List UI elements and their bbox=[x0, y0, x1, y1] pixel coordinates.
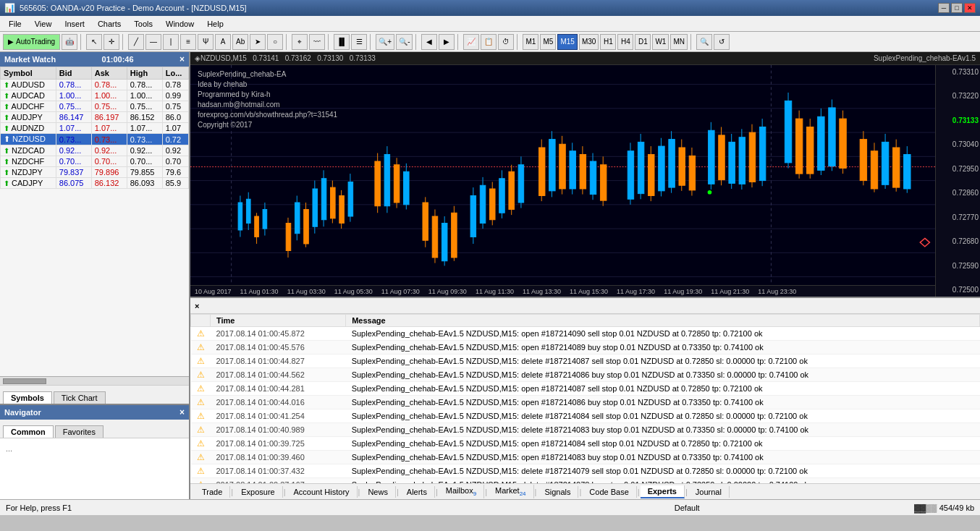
toolbar-separator-8 bbox=[517, 34, 520, 50]
bottom-tab-trade[interactable]: Trade bbox=[195, 486, 230, 498]
log-row-icon: ⚠ bbox=[191, 341, 211, 354]
log-row[interactable]: ⚠ 2017.08.14 01:00:44.016 SuplexPending_… bbox=[191, 396, 980, 409]
bottom-tab-market[interactable]: Market24 bbox=[488, 485, 534, 498]
log-row[interactable]: ⚠ 2017.08.14 01:00:45.576 SuplexPending_… bbox=[191, 341, 980, 354]
tf-m5[interactable]: M5 bbox=[540, 34, 556, 50]
tf-d1[interactable]: D1 bbox=[635, 34, 651, 50]
fib-tool[interactable]: Ψ bbox=[198, 34, 214, 50]
tf-h4[interactable]: H4 bbox=[617, 34, 633, 50]
tf-m15[interactable]: M15 bbox=[557, 34, 577, 50]
arrow-tool[interactable]: ↖ bbox=[86, 34, 102, 50]
tf-m30[interactable]: M30 bbox=[579, 34, 599, 50]
bottom-tab-experts[interactable]: Experts bbox=[641, 485, 685, 498]
bottom-tab-signals[interactable]: Signals bbox=[537, 486, 578, 498]
log-row[interactable]: ⚠ 2017.08.14 01:00:44.827 SuplexPending_… bbox=[191, 354, 980, 368]
autotrading-button[interactable]: ▶ AutoTrading bbox=[3, 34, 60, 50]
bottom-tab-alerts[interactable]: Alerts bbox=[400, 486, 435, 498]
line-tool[interactable]: ╱ bbox=[128, 34, 144, 50]
symbol-cell: ⬆ AUDUSD bbox=[1, 80, 56, 90]
menu-tools[interactable]: Tools bbox=[128, 17, 159, 31]
refresh-btn[interactable]: ↺ bbox=[714, 34, 730, 50]
symbol-cell: ⬆ NZDJPY bbox=[1, 167, 56, 178]
log-row[interactable]: ⚠ 2017.08.14 01:00:40.989 SuplexPending_… bbox=[191, 423, 980, 437]
log-row[interactable]: ⚠ 2017.08.14 01:00:45.872 SuplexPending_… bbox=[191, 327, 980, 341]
col-high: High bbox=[127, 67, 162, 80]
text-tool[interactable]: A bbox=[215, 34, 231, 50]
market-watch-row[interactable]: ⬆ CADJPY 86.075 86.132 86.093 85.9 bbox=[1, 178, 189, 189]
chart-canvas[interactable]: SuplexPending_chehab-EA Idea by chehab P… bbox=[190, 65, 980, 297]
bottom-tab-code-base[interactable]: Code Base bbox=[582, 486, 636, 498]
menu-window[interactable]: Window bbox=[160, 17, 200, 31]
market-watch-row[interactable]: ⬆ AUDUSD 0.78... 0.78... 0.78... 0.78 bbox=[1, 80, 189, 90]
bottom-tab-account-history[interactable]: Account History bbox=[287, 486, 358, 498]
log-row[interactable]: ⚠ 2017.08.14 01:00:44.562 SuplexPending_… bbox=[191, 368, 980, 382]
bottom-tab-mailbox[interactable]: Mailbox9 bbox=[439, 485, 484, 498]
zoom-in-btn[interactable]: 🔍+ bbox=[376, 34, 394, 50]
market-watch-header: Market Watch 01:00:46 × bbox=[0, 52, 189, 67]
log-row[interactable]: ⚠ 2017.08.14 01:00:37.432 SuplexPending_… bbox=[191, 464, 980, 478]
log-row[interactable]: ⚠ 2017.08.14 01:00:39.460 SuplexPending_… bbox=[191, 451, 980, 464]
close-button[interactable]: ✕ bbox=[964, 3, 976, 13]
market-watch-row[interactable]: ⬆ AUDJPY 86.147 86.197 86.152 86.0 bbox=[1, 112, 189, 123]
period-sep-btn[interactable]: ⏱ bbox=[498, 34, 514, 50]
maximize-button[interactable]: □ bbox=[951, 3, 963, 13]
log-row[interactable]: ⚠ 2017.08.14 01:00:41.254 SuplexPending_… bbox=[191, 409, 980, 423]
log-row[interactable]: ⚠ 2017.08.14 01:00:37.167 SuplexPending_… bbox=[191, 478, 980, 484]
ellipse-tool[interactable]: ○ bbox=[267, 34, 283, 50]
tf-w1[interactable]: W1 bbox=[652, 34, 669, 50]
hline-tool[interactable]: — bbox=[145, 34, 161, 50]
low-cell: 0.78 bbox=[162, 80, 188, 90]
menu-insert[interactable]: Insert bbox=[59, 17, 90, 31]
log-row[interactable]: ⚠ 2017.08.14 01:00:44.281 SuplexPending_… bbox=[191, 382, 980, 396]
bottom-tab-news[interactable]: News bbox=[360, 486, 396, 498]
minimize-button[interactable]: ─ bbox=[938, 3, 950, 13]
expert-advisor-icon[interactable]: 🤖 bbox=[62, 34, 77, 50]
templates-btn[interactable]: 📋 bbox=[481, 34, 497, 50]
chart-scroll-right[interactable]: ▶ bbox=[439, 34, 455, 50]
mw-tab-symbols[interactable]: Symbols bbox=[3, 391, 52, 404]
indicators-btn[interactable]: 📈 bbox=[463, 34, 479, 50]
nav-tab-common[interactable]: Common bbox=[3, 425, 54, 438]
menu-view[interactable]: View bbox=[29, 17, 58, 31]
log-close-icon[interactable]: × bbox=[195, 302, 199, 310]
market-watch-row[interactable]: ⬆ NZDCAD 0.92... 0.92... 0.92... 0.92 bbox=[1, 145, 189, 156]
bottom-tab-journal[interactable]: Journal bbox=[688, 486, 730, 498]
menu-help[interactable]: Help bbox=[201, 17, 229, 31]
market-watch-row[interactable]: ⬆ NZDJPY 79.837 79.896 79.855 79.6 bbox=[1, 167, 189, 178]
menu-file[interactable]: File bbox=[3, 17, 28, 31]
tf-m1[interactable]: M1 bbox=[523, 34, 538, 50]
arrow-obj[interactable]: ➤ bbox=[250, 34, 266, 50]
gann-tool[interactable]: ⌖ bbox=[292, 34, 308, 50]
log-row-time: 2017.08.14 01:00:44.827 bbox=[211, 354, 346, 368]
mw-tab-tickchart[interactable]: Tick Chart bbox=[54, 391, 106, 404]
market-watch-row[interactable]: ⬆ AUDCHF 0.75... 0.75... 0.75... 0.75 bbox=[1, 101, 189, 112]
market-watch-row[interactable]: ⬆ NZDUSD 0.73... 0.73... 0.73... 0.72 bbox=[1, 134, 189, 145]
candles-btn[interactable]: ▐▌ bbox=[334, 34, 350, 50]
navigator-close[interactable]: × bbox=[179, 407, 185, 417]
tf-mn[interactable]: MN bbox=[670, 34, 688, 50]
market-watch-tabs: Symbols Tick Chart bbox=[0, 385, 189, 404]
market-watch-row[interactable]: ⬆ NZDCHF 0.70... 0.70... 0.70... 0.70 bbox=[1, 156, 189, 167]
market-watch-close[interactable]: × bbox=[179, 54, 185, 64]
label-tool[interactable]: Ab bbox=[232, 34, 248, 50]
market-watch-row[interactable]: ⬆ AUDCAD 1.00... 1.00... 1.00... 0.99 bbox=[1, 90, 189, 101]
col-ask: Ask bbox=[91, 67, 127, 80]
log-table[interactable]: Time Message ⚠ 2017.08.14 01:00:45.872 S… bbox=[190, 314, 980, 483]
channel-tool[interactable]: ≡ bbox=[180, 34, 196, 50]
crosshair-tool[interactable]: ✛ bbox=[104, 34, 119, 50]
zoom-out-btn[interactable]: 🔍- bbox=[396, 34, 413, 50]
menu-charts[interactable]: Charts bbox=[92, 17, 127, 31]
vline-tool[interactable]: | bbox=[163, 34, 179, 50]
chart-scroll-left[interactable]: ◀ bbox=[421, 34, 437, 50]
nav-tab-favorites[interactable]: Favorites bbox=[55, 425, 104, 438]
tf-h1[interactable]: H1 bbox=[600, 34, 616, 50]
bottom-tab-exposure[interactable]: Exposure bbox=[234, 486, 282, 498]
bars-btn[interactable]: ☰ bbox=[351, 34, 367, 50]
search-btn[interactable]: 🔍 bbox=[696, 34, 712, 50]
market-watch-scrollbar[interactable] bbox=[0, 376, 189, 385]
market-watch-row[interactable]: ⬆ AUDNZD 1.07... 1.07... 1.07... 1.07 bbox=[1, 123, 189, 134]
high-cell: 0.78... bbox=[127, 80, 162, 90]
log-row[interactable]: ⚠ 2017.08.14 01:00:39.725 SuplexPending_… bbox=[191, 437, 980, 451]
col-low: Lo... bbox=[162, 67, 188, 80]
wave-tool[interactable]: 〰 bbox=[309, 34, 325, 50]
